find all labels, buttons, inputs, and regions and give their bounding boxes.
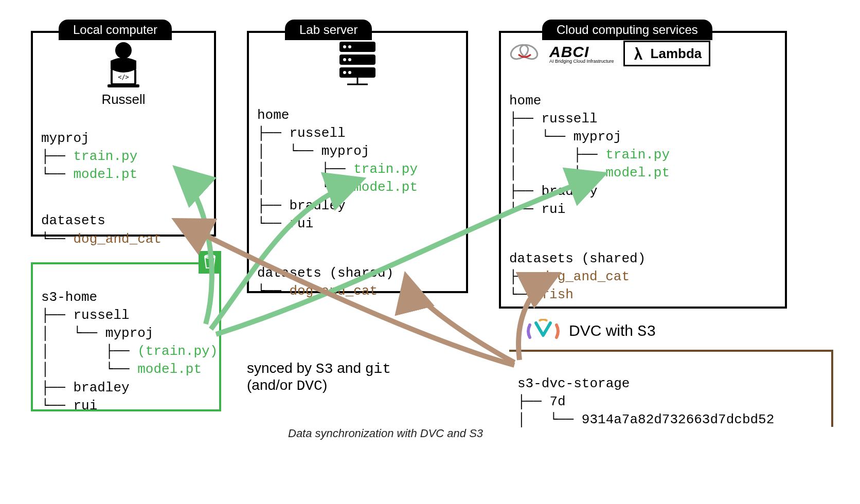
tree-root: home [257, 107, 289, 123]
tree-user: bradley [541, 184, 597, 199]
tree-file: dog_and_cat [289, 283, 378, 299]
tree-proj: myproj [321, 143, 370, 159]
cloud-tree-datasets: datasets (shared) ├── dog_and_cat └── fi… [509, 232, 777, 304]
cloud-tree-home: home ├── russell │ └── myproj │ ├── trai… [509, 74, 777, 219]
tree-root: home [509, 93, 541, 109]
tree-hash: 9314a7a82d732663d7dcbd52 [582, 412, 774, 427]
dvc-s3-text: S3 [637, 323, 656, 340]
tree-dir: 7d [549, 394, 565, 409]
svg-point-8 [348, 45, 351, 48]
tree-user: russell [541, 111, 597, 127]
dvc-text: DVC with [569, 322, 637, 339]
local-tree-myproj: myproj ├── train.py └── model.pt [41, 112, 206, 184]
s3-dvc-tree: s3-dvc-storage ├── 7d │ └── 9314a7a82d73… [517, 357, 823, 429]
synced-and: and [333, 360, 365, 376]
developer-icon: </> [41, 39, 206, 94]
s3-home-tree: s3-home ├── russell │ └── myproj │ ├── (… [41, 271, 211, 415]
tree-user: bradley [73, 380, 129, 395]
abci-logo-text: ABCI AI Bridging Cloud Infrastructure [549, 43, 614, 64]
svg-point-11 [343, 71, 346, 74]
cloud-tab: Cloud computing services [542, 20, 712, 40]
synced-prefix: synced by [247, 360, 316, 376]
svg-point-9 [343, 58, 346, 61]
tree-proj: myproj [105, 326, 154, 341]
tree-root: myproj [41, 131, 89, 146]
tree-root: s3-home [41, 290, 97, 305]
lab-tree-home: home ├── russell │ └── myproj │ ├── trai… [257, 88, 458, 233]
tree-user: russell [289, 125, 345, 141]
svg-point-10 [348, 58, 351, 61]
tree-file: train.py [73, 149, 137, 164]
lambda-text: Lambda [651, 46, 702, 62]
server-icon [257, 39, 458, 88]
tree-file: model.pt [137, 362, 202, 377]
s3-dvc-box: s3-dvc-storage ├── 7d │ └── 9314a7a82d73… [509, 350, 833, 427]
tree-file: train.py [605, 147, 670, 163]
tree-file: model.pt [605, 165, 670, 181]
local-tree-datasets: datasets └── dog_and_cat [41, 194, 206, 248]
synced-l2s: ) [322, 377, 327, 393]
tree-root: datasets [41, 213, 105, 228]
svg-text:</>: </> [118, 74, 129, 81]
synced-dvc: DVC [297, 378, 322, 394]
tree-user: rui [289, 216, 313, 231]
lambda-icon [632, 45, 646, 62]
synced-note: synced by S3 and git (and/or DVC) [247, 360, 391, 394]
tree-proj: myproj [574, 129, 622, 145]
svg-point-12 [348, 71, 351, 74]
lambda-logo: Lambda [623, 41, 711, 66]
dvc-logo-icon [525, 319, 562, 344]
dvc-label: DVC with S3 [525, 319, 656, 344]
figure-caption: Data synchronization with DVC and S3 [288, 427, 483, 440]
tree-file: model.pt [73, 167, 137, 182]
tree-file: dog_and_cat [541, 269, 630, 284]
svg-rect-2 [107, 84, 139, 87]
abci-logo-icon [509, 39, 540, 68]
synced-l2p: (and/or [247, 377, 297, 393]
tree-file: (train.py) [137, 344, 218, 359]
tree-root: datasets (shared) [509, 251, 646, 266]
s3-home-box: s3-home ├── russell │ └── myproj │ ├── (… [31, 262, 221, 411]
tree-user: rui [541, 202, 565, 217]
lab-tab: Lab server [285, 20, 372, 40]
tree-root: s3-dvc-storage [517, 376, 630, 391]
tree-file: train.py [353, 161, 418, 177]
user-name-label: Russell [41, 92, 206, 107]
tree-user: rui [73, 398, 97, 413]
tree-user: bradley [289, 198, 345, 213]
s3-bucket-icon [199, 251, 221, 274]
local-tab: Local computer [59, 20, 172, 40]
synced-git: git [365, 361, 391, 377]
tree-file: model.pt [353, 179, 418, 195]
svg-point-7 [343, 45, 346, 48]
local-computer-box: Local computer </> Russell myproj ├── tr… [31, 31, 216, 237]
cloud-services-box: Cloud computing services ABCI AI Bridgin… [499, 31, 787, 309]
lab-server-box: Lab server home ├── russell │ └── myproj… [247, 31, 468, 293]
tree-user: russell [73, 308, 129, 323]
synced-s3: S3 [316, 361, 333, 377]
cloud-logos: ABCI AI Bridging Cloud Infrastructure La… [509, 39, 777, 68]
svg-point-0 [115, 42, 132, 59]
tree-root: datasets (shared) [257, 265, 393, 281]
tree-file: fish [541, 287, 573, 302]
lab-tree-datasets: datasets (shared) └── dog_and_cat [257, 246, 458, 300]
tree-file: dog_and_cat [73, 231, 162, 247]
